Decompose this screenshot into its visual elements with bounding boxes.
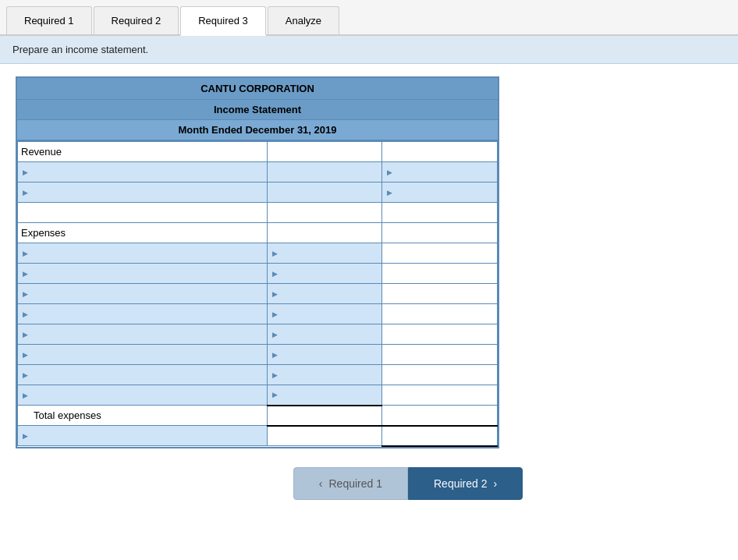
expense-7-mid-input[interactable] [271, 369, 379, 381]
expenses-header-row: Expenses [18, 223, 498, 243]
expense-3-right [382, 284, 498, 304]
expense-7-input[interactable] [32, 369, 264, 381]
company-name: CANTU CORPORATION [17, 78, 498, 100]
expense-8-mid: ▶ [267, 385, 382, 406]
expense-4-right-input[interactable] [385, 306, 494, 322]
total-expenses-mid-input[interactable] [271, 408, 379, 424]
tab-required1[interactable]: Required 1 [6, 6, 92, 34]
net-income-mid-input[interactable] [271, 428, 379, 445]
revenue-item-2-right-input[interactable] [385, 186, 494, 199]
net-income-row [18, 426, 498, 446]
expense-4-mid: ▶ [267, 304, 382, 324]
expense-row-1: ▶ [18, 243, 498, 264]
total-expenses-label: Total expenses [18, 406, 268, 426]
expense-3-right-input[interactable] [385, 285, 494, 302]
expense-1-right [382, 243, 498, 264]
revenue-item-2-mid-input[interactable] [271, 184, 379, 200]
bottom-navigation: ‹ Required 1 Required 2 › [94, 448, 722, 512]
expense-5-right [382, 324, 498, 345]
expense-3-mid: ▶ [267, 284, 382, 304]
expense-1-mid-input[interactable] [271, 247, 379, 260]
expense-1-right-input[interactable] [385, 245, 494, 261]
total-expenses-row: Total expenses [18, 406, 498, 426]
revenue-item-2-label [18, 183, 268, 203]
total-expenses-right-input[interactable] [385, 407, 494, 424]
next-arrow-icon: › [494, 477, 498, 490]
expense-8-right-input[interactable] [385, 387, 494, 403]
expense-6-mid: ▶ [267, 345, 382, 365]
revenue-item-1-mid-input[interactable] [271, 164, 379, 180]
prev-button-label: Required 1 [329, 477, 383, 490]
expense-7-right-input[interactable] [385, 367, 494, 383]
expense-6-right-input[interactable] [385, 346, 494, 363]
expense-3-mid-input[interactable] [271, 288, 379, 300]
revenue-mid-header [267, 142, 382, 162]
expense-2-label [18, 264, 268, 284]
expense-7-label [18, 365, 268, 385]
revenue-row-2: ▶ [18, 183, 498, 203]
expense-5-right-input[interactable] [385, 326, 494, 342]
expense-6-input[interactable] [32, 349, 264, 361]
instruction-text: Prepare an income statement. [12, 44, 148, 55]
expense-2-right-input[interactable] [385, 265, 494, 282]
net-income-label [18, 426, 268, 446]
expense-row-2: ▶ [18, 264, 498, 284]
expense-2-right [382, 264, 498, 284]
spacer-right [382, 203, 498, 223]
expenses-label: Expenses [18, 223, 268, 243]
expense-row-5: ▶ [18, 324, 498, 345]
expense-1-input[interactable] [32, 247, 264, 260]
expense-6-label [18, 345, 268, 365]
tab-bar: Required 1 Required 2 Required 3 Analyze [0, 0, 738, 36]
spacer-mid [267, 203, 382, 223]
expense-2-mid-input[interactable] [271, 268, 379, 280]
prev-button[interactable]: ‹ Required 1 [293, 467, 408, 500]
expense-8-label [18, 385, 268, 406]
revenue-right-header [382, 142, 498, 162]
statement-title: Income Statement [17, 100, 498, 120]
expense-row-6: ▶ [18, 345, 498, 365]
next-button[interactable]: Required 2 › [408, 467, 523, 500]
prev-arrow-icon: ‹ [319, 477, 323, 490]
net-income-right-input[interactable] [385, 428, 494, 444]
revenue-item-2-input[interactable] [32, 186, 264, 199]
net-income-mid [267, 426, 382, 446]
tab-required3[interactable]: Required 3 [180, 6, 266, 36]
expense-4-input[interactable] [32, 308, 264, 321]
expense-3-input[interactable] [32, 288, 264, 300]
expense-6-right [382, 345, 498, 365]
expense-row-8: ▶ [18, 385, 498, 406]
expense-2-mid: ▶ [267, 264, 382, 284]
expense-7-right [382, 365, 498, 385]
expense-1-label [18, 243, 268, 264]
expense-5-input[interactable] [32, 328, 264, 341]
tab-required2[interactable]: Required 2 [94, 6, 179, 34]
expense-4-mid-input[interactable] [271, 308, 379, 321]
expense-3-label [18, 284, 268, 304]
expense-8-input[interactable] [32, 389, 264, 402]
revenue-item-1-right-input[interactable] [385, 166, 494, 179]
expense-row-4: ▶ [18, 304, 498, 324]
expense-6-mid-input[interactable] [271, 349, 379, 361]
expense-5-label [18, 324, 268, 345]
tab-analyze[interactable]: Analyze [268, 6, 339, 34]
main-content: CANTU CORPORATION Income Statement Month… [0, 64, 738, 525]
revenue-item-2-mid [267, 183, 382, 203]
statement-period: Month Ended December 31, 2019 [17, 120, 498, 141]
expenses-mid-header [267, 223, 382, 243]
next-button-label: Required 2 [434, 477, 488, 490]
total-expenses-right [382, 406, 498, 426]
revenue-item-1-label [18, 162, 268, 183]
expense-2-input[interactable] [32, 268, 264, 280]
spacer-row [18, 203, 498, 223]
expense-row-7: ▶ [18, 365, 498, 385]
expense-5-mid: ▶ [267, 324, 382, 345]
expense-4-right [382, 304, 498, 324]
instruction-bar: Prepare an income statement. [0, 36, 738, 64]
expense-8-mid-input[interactable] [271, 388, 379, 401]
total-expenses-mid [267, 406, 382, 426]
net-income-label-input[interactable] [32, 430, 264, 442]
expense-5-mid-input[interactable] [271, 328, 379, 341]
revenue-item-1-input[interactable] [32, 166, 264, 179]
spacer-label [18, 203, 268, 223]
